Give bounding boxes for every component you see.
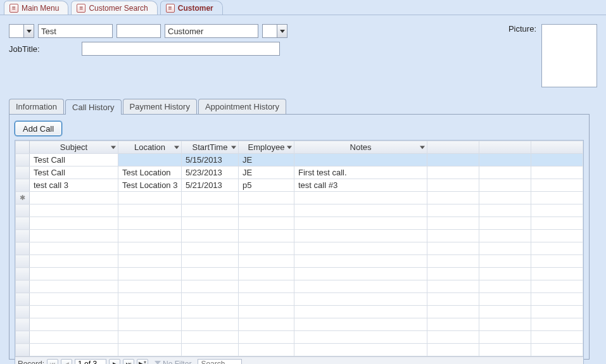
cell-blank[interactable]: [531, 192, 583, 204]
cell-notes[interactable]: First test call.: [294, 166, 427, 179]
table-empty-row: [16, 230, 583, 242]
cell-blank[interactable]: [239, 192, 294, 204]
cell-blank[interactable]: [479, 179, 531, 192]
chevron-down-icon: [174, 146, 179, 149]
tab-call-history[interactable]: Call History: [65, 99, 121, 115]
chevron-down-icon: [287, 146, 292, 149]
cell-blank[interactable]: [427, 154, 479, 166]
customer-header: JobTitle: Picture:: [9, 24, 597, 87]
cell-blank[interactable]: [427, 166, 479, 179]
page-body: JobTitle: Picture: Information Call Hist…: [0, 15, 606, 364]
table-empty-row: [16, 293, 583, 306]
suffix-combo[interactable]: [262, 24, 287, 38]
row-selector[interactable]: [16, 179, 30, 192]
picture-section: Picture:: [508, 24, 597, 87]
cell-blank[interactable]: [479, 154, 531, 166]
tab-information[interactable]: Information: [9, 99, 64, 114]
record-position-input[interactable]: [75, 359, 106, 365]
cell-subject[interactable]: Test Call: [30, 166, 118, 179]
cell-employee[interactable]: p5: [239, 179, 294, 192]
table-new-row[interactable]: [16, 192, 583, 204]
cell-location[interactable]: Test Location 3: [118, 179, 182, 192]
call-history-table: Subject Location StartTime Employee Note…: [15, 141, 583, 356]
new-row-indicator[interactable]: [16, 192, 30, 204]
column-header-blank[interactable]: [427, 141, 479, 154]
cell-starttime[interactable]: 5/23/2013: [182, 166, 239, 179]
cell-subject[interactable]: Test Call: [30, 154, 118, 166]
tab-payment-history[interactable]: Payment History: [123, 99, 197, 114]
nav-prev-button[interactable]: ◀: [61, 359, 72, 365]
select-all-corner[interactable]: [16, 141, 30, 154]
record-search-input[interactable]: [198, 359, 242, 365]
cell-starttime[interactable]: 5/15/2013: [182, 154, 239, 166]
cell-blank[interactable]: [182, 192, 239, 204]
column-header-notes[interactable]: Notes: [294, 141, 427, 154]
cell-subject[interactable]: test call 3: [30, 179, 118, 192]
table-row[interactable]: Test Call5/15/2013JE: [16, 154, 583, 166]
title-prefix-combo[interactable]: [9, 24, 34, 38]
cell-employee[interactable]: JE: [239, 166, 294, 179]
row-selector[interactable]: [16, 166, 30, 179]
table-empty-row: [16, 255, 583, 268]
cell-blank[interactable]: [531, 166, 583, 179]
cell-blank[interactable]: [427, 179, 479, 192]
window-tab-label: Main Menu: [22, 4, 59, 13]
cell-notes[interactable]: [294, 154, 427, 166]
chevron-down-icon: [277, 25, 287, 37]
table-empty-row: [16, 318, 583, 331]
cell-blank[interactable]: [531, 154, 583, 166]
cell-blank[interactable]: [427, 192, 479, 204]
cell-location[interactable]: Test Location: [118, 166, 182, 179]
table-header-row: Subject Location StartTime Employee Note…: [16, 141, 583, 154]
column-header-starttime[interactable]: StartTime: [182, 141, 239, 154]
nav-next-button[interactable]: ▶: [109, 359, 120, 365]
tab-appointment-history[interactable]: Appointment History: [198, 99, 286, 114]
funnel-icon: [155, 361, 161, 365]
cell-blank[interactable]: [30, 192, 118, 204]
cell-blank[interactable]: [531, 179, 583, 192]
picture-frame[interactable]: [541, 24, 597, 87]
no-filter-indicator[interactable]: No Filter: [155, 360, 191, 365]
picture-label: Picture:: [508, 24, 536, 34]
first-name-input[interactable]: [38, 24, 113, 38]
table-empty-row: [16, 268, 583, 280]
nav-first-button[interactable]: ⏮: [47, 359, 58, 365]
nav-last-button[interactable]: ⏭: [123, 359, 134, 365]
cell-notes[interactable]: test call #3: [294, 179, 427, 192]
add-call-button[interactable]: Add Call: [15, 121, 62, 136]
window-tab-main-menu[interactable]: Main Menu: [4, 1, 68, 15]
record-label: Record:: [18, 360, 44, 365]
cell-employee[interactable]: JE: [239, 154, 294, 166]
column-header-blank[interactable]: [531, 141, 583, 154]
column-header-employee[interactable]: Employee: [239, 141, 294, 154]
form-icon: [166, 4, 175, 13]
cell-blank[interactable]: [294, 192, 427, 204]
last-name-input[interactable]: [165, 24, 258, 38]
nav-new-button[interactable]: ▶*: [137, 359, 148, 365]
middle-name-input[interactable]: [117, 24, 161, 38]
chevron-down-icon: [420, 146, 425, 149]
window-tab-customer-search[interactable]: Customer Search: [71, 1, 157, 15]
form-icon: [77, 4, 85, 13]
column-header-subject[interactable]: Subject: [30, 141, 118, 154]
cell-location[interactable]: [118, 154, 182, 166]
table-row[interactable]: Test CallTest Location5/23/2013JEFirst t…: [16, 166, 583, 179]
cell-blank[interactable]: [479, 192, 531, 204]
job-title-input[interactable]: [82, 42, 280, 56]
chevron-down-icon: [23, 25, 34, 37]
column-header-blank[interactable]: [479, 141, 531, 154]
window-tab-customer[interactable]: Customer: [160, 1, 223, 15]
row-selector[interactable]: [16, 154, 30, 166]
cell-starttime[interactable]: 5/21/2013: [182, 179, 239, 192]
table-empty-row: [16, 242, 583, 255]
cell-blank[interactable]: [118, 192, 182, 204]
column-header-location[interactable]: Location: [118, 141, 182, 154]
chevron-down-icon: [111, 146, 116, 149]
cell-blank[interactable]: [479, 166, 531, 179]
chevron-down-icon: [231, 146, 236, 149]
window-tab-label: Customer: [178, 4, 213, 13]
table-empty-row: [16, 331, 583, 344]
table-empty-row: [16, 280, 583, 293]
table-row[interactable]: test call 3Test Location 35/21/2013p5tes…: [16, 179, 583, 192]
tab-page-call-history: Add Call Subject Location Start: [9, 114, 590, 360]
